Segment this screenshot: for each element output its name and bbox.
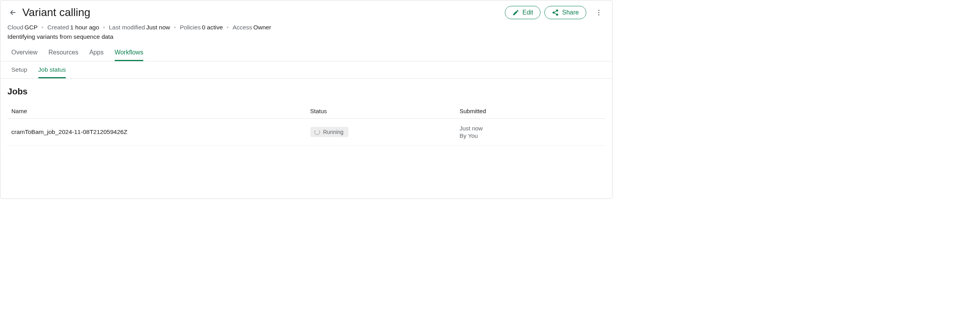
meta-modified: Last modifiedJust now xyxy=(109,24,170,31)
content-area: Jobs Name Status Submitted cramToBam_job… xyxy=(0,79,612,154)
workspace-frame: Variant calling Edit Share xyxy=(0,0,612,199)
kebab-icon xyxy=(595,9,603,16)
column-header-status[interactable]: Status xyxy=(306,104,456,119)
status-badge: Running xyxy=(310,127,348,137)
tab-job-status[interactable]: Job status xyxy=(38,66,66,78)
separator-dot: • xyxy=(227,24,229,31)
meta-policies: Policies0 active xyxy=(180,24,223,31)
separator-dot: • xyxy=(174,24,176,31)
svg-point-1 xyxy=(557,10,558,11)
job-name-cell: cramToBam_job_2024-11-08T212059426Z xyxy=(7,119,306,146)
meta-cloud: CloudGCP xyxy=(7,24,38,31)
meta-access: AccessOwner xyxy=(232,24,271,31)
tab-apps[interactable]: Apps xyxy=(89,49,103,61)
primary-tabs: Overview Resources Apps Workflows xyxy=(0,40,612,61)
share-icon xyxy=(552,9,559,16)
column-header-submitted[interactable]: Submitted xyxy=(456,104,605,119)
table-row[interactable]: cramToBam_job_2024-11-08T212059426Z Runn… xyxy=(7,119,605,146)
svg-point-3 xyxy=(557,14,558,15)
job-status-cell: Running xyxy=(306,119,456,146)
status-badge-label: Running xyxy=(323,129,344,135)
column-header-name[interactable]: Name xyxy=(7,104,306,119)
meta-row: CloudGCP • Created1 hour ago • Last modi… xyxy=(0,22,612,31)
svg-line-5 xyxy=(554,13,557,14)
edit-button-label: Edit xyxy=(522,9,533,16)
header: Variant calling Edit Share xyxy=(0,0,612,22)
separator-dot: • xyxy=(41,24,43,31)
svg-line-4 xyxy=(554,11,557,12)
back-button[interactable] xyxy=(7,7,18,18)
svg-point-7 xyxy=(598,12,600,13)
more-menu-button[interactable] xyxy=(593,6,605,19)
meta-created: Created1 hour ago xyxy=(47,24,99,31)
page-title: Variant calling xyxy=(22,6,505,19)
separator-dot: • xyxy=(103,24,105,31)
svg-point-6 xyxy=(598,10,600,11)
secondary-tabs: Setup Job status xyxy=(0,61,612,79)
jobs-section-title: Jobs xyxy=(7,87,605,97)
tab-setup[interactable]: Setup xyxy=(11,66,27,78)
submitted-by: By You xyxy=(459,132,601,139)
pencil-icon xyxy=(512,9,519,16)
tab-resources[interactable]: Resources xyxy=(49,49,78,61)
spinner-icon xyxy=(314,129,320,135)
edit-button[interactable]: Edit xyxy=(505,6,541,19)
tab-overview[interactable]: Overview xyxy=(11,49,38,61)
tab-workflows[interactable]: Workflows xyxy=(115,49,144,61)
svg-point-8 xyxy=(598,14,600,15)
arrow-left-icon xyxy=(9,9,17,16)
job-submitted-cell: Just now By You xyxy=(456,119,605,146)
header-actions: Edit Share xyxy=(505,6,605,19)
submitted-time: Just now xyxy=(459,125,601,132)
share-button[interactable]: Share xyxy=(544,6,586,19)
share-button-label: Share xyxy=(562,9,579,16)
jobs-table: Name Status Submitted cramToBam_job_2024… xyxy=(7,104,605,146)
svg-point-2 xyxy=(553,12,555,13)
workspace-description: Identifying variants from sequence data xyxy=(0,31,612,40)
